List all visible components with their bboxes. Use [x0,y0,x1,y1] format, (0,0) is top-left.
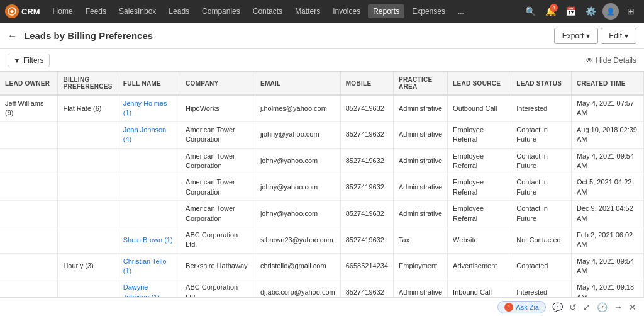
cell-company: ABC Corporation Ltd. [180,227,255,253]
col-lead-source: LEAD SOURCE [448,72,511,95]
col-full-name: FULL NAME [118,72,180,95]
nav-expenses[interactable]: Expenses [407,4,450,18]
cell-lead-status: Contact in Future [511,174,572,201]
cell-practice-area: Administrative [394,148,448,174]
cell-mobile: 8527419632 [340,95,393,121]
cell-mobile: 8527419632 [340,148,393,174]
cell-full-name[interactable]: Christian Tello (1) [118,253,180,279]
col-company: COMPANY [180,72,255,95]
ask-zia-button[interactable]: 1 Ask Zia [497,301,546,313]
table-row: Jeff Williams (9)Flat Rate (6)Jenny Holm… [0,95,644,121]
cell-lead-owner [0,174,58,201]
table-container: LEAD OWNER BILLINGPREFERENCES FULL NAME … [0,72,644,302]
cell-lead-status: Contact in Future [511,148,572,174]
leads-table: LEAD OWNER BILLINGPREFERENCES FULL NAME … [0,72,644,302]
cell-email: s.brown23@yahoo.com [255,227,340,253]
col-lead-status: LEAD STATUS [511,72,572,95]
refresh-icon[interactable]: ↺ [569,302,577,312]
filters-bar: ▼ Filters 👁 Hide Details [0,49,644,72]
cell-billing-preferences: Hourly (3) [58,253,118,279]
cell-full-name[interactable]: Jenny Holmes (1) [118,95,180,121]
col-practice-area: PRACTICEAREA [394,72,448,95]
cell-full-name[interactable]: John Johnson (4) [118,121,180,148]
logo-text: CRM [21,7,40,16]
nav-companies[interactable]: Companies [197,4,245,18]
cell-practice-area: Administrative [394,121,448,148]
nav-feeds[interactable]: Feeds [80,4,111,18]
cell-email: johny@yahoo.com [255,201,340,227]
table-row: American Tower Corporationjohny@yahoo.co… [0,201,644,227]
export-button[interactable]: Export ▾ [554,28,599,44]
cell-created-time: Aug 10, 2018 02:39 AM [571,121,643,148]
filters-button[interactable]: ▼ Filters [8,54,50,67]
clock-icon[interactable]: 🕐 [597,302,608,312]
bottom-bar: 1 Ask Zia 💬 ↺ ⤢ 🕐 → ✕ [0,297,644,316]
cell-mobile: 8527419632 [340,227,393,253]
cell-created-time: May 4, 2021 07:57 AM [571,95,643,121]
cell-lead-source: Website [448,227,511,253]
cell-practice-area: Employment [394,253,448,279]
cell-created-time: Feb 2, 2021 06:02 AM [571,227,643,253]
notification-badge: 3 [550,4,558,12]
cell-full-name[interactable]: Shein Brown (1) [118,227,180,253]
chat-icon[interactable]: 💬 [552,302,563,312]
nav-contacts[interactable]: Contacts [248,4,287,18]
cell-full-name [118,148,180,174]
hide-details-button[interactable]: 👁 Hide Details [586,56,636,65]
calendar-button[interactable]: 📅 [562,3,579,20]
nav-leads[interactable]: Leads [164,4,194,18]
cell-lead-status: Not Contacted [511,227,572,253]
edit-chevron-icon: ▾ [625,31,628,40]
cell-full-name-link[interactable]: Jenny Holmes (1) [123,99,167,116]
cell-full-name-link[interactable]: Shein Brown (1) [123,236,173,244]
nav-matters[interactable]: Matters [290,4,325,18]
cell-lead-owner [0,227,58,253]
cell-lead-status: Contacted [511,253,572,279]
cell-billing-preferences: Flat Rate (6) [58,95,118,121]
search-button[interactable]: 🔍 [522,3,538,20]
table-row: John Johnson (4)American Tower Corporati… [0,121,644,148]
logo-icon [5,4,19,18]
settings-button[interactable]: ⚙️ [582,3,599,20]
nav-salesinbox[interactable]: SalesInbox [114,4,161,18]
nav-home[interactable]: Home [48,4,78,18]
cell-practice-area: Tax [394,227,448,253]
cell-practice-area: Administrative [394,174,448,201]
nav-reports[interactable]: Reports [368,4,404,18]
user-avatar[interactable]: 👤 [602,3,619,20]
table-body: Jeff Williams (9)Flat Rate (6)Jenny Holm… [0,95,644,302]
cell-email: jjohny@yahoo.com [255,121,340,148]
cell-email: christello@gmail.com [255,253,340,279]
page-title: Leads by Billing Preferences [24,30,554,41]
cell-full-name [118,174,180,201]
nav-more[interactable]: ... [453,4,469,18]
cell-lead-status: Interested [511,95,572,121]
cell-company: American Tower Corporation [180,174,255,201]
cell-lead-owner [0,201,58,227]
nav-invoices[interactable]: Invoices [328,4,365,18]
back-button[interactable]: ← [8,30,18,42]
cell-created-time: Dec 9, 2021 04:52 AM [571,201,643,227]
cell-billing-preferences [58,121,118,148]
forward-icon[interactable]: → [614,302,623,312]
close-icon[interactable]: ✕ [629,302,636,312]
cell-lead-source: Employee Referral [448,201,511,227]
col-email: EMAIL [255,72,340,95]
cell-lead-owner [0,121,58,148]
top-nav: CRM Home Feeds SalesInbox Leads Companie… [0,0,644,23]
cell-email: j.holmes@yahoo.com [255,95,340,121]
cell-email: johny@yahoo.com [255,148,340,174]
logo[interactable]: CRM [5,4,40,18]
cell-company: HipoWorks [180,95,255,121]
sub-header: ← Leads by Billing Preferences Export ▾ … [0,23,644,49]
table-row: American Tower Corporationjohny@yahoo.co… [0,148,644,174]
grid-button[interactable]: ⊞ [623,3,639,20]
notifications-button[interactable]: 🔔 3 [542,3,558,20]
cell-full-name-link[interactable]: Christian Tello (1) [123,257,167,274]
cell-company: American Tower Corporation [180,121,255,148]
cell-full-name-link[interactable]: John Johnson (4) [123,126,167,143]
edit-button[interactable]: Edit ▾ [601,28,636,44]
cell-mobile: 66585214234 [340,253,393,279]
col-lead-owner: LEAD OWNER [0,72,58,95]
share-icon[interactable]: ⤢ [583,302,591,312]
